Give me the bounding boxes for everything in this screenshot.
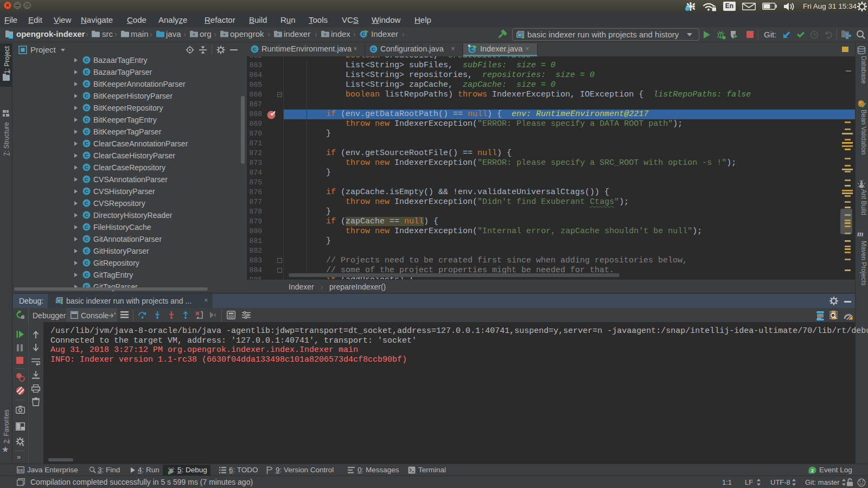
svg-text:C: C <box>85 117 88 123</box>
svg-text:C: C <box>85 152 88 158</box>
svg-text:C: C <box>372 46 375 52</box>
svg-text:C: C <box>253 46 257 52</box>
svg-text:C: C <box>85 164 88 170</box>
svg-text:C: C <box>85 57 88 63</box>
svg-text:C: C <box>85 212 88 218</box>
svg-text:2: 2 <box>811 468 814 473</box>
svg-text:C: C <box>85 236 88 242</box>
svg-text:C: C <box>85 105 88 111</box>
svg-text:C: C <box>362 31 366 37</box>
svg-text:C: C <box>85 69 88 75</box>
svg-text:C: C <box>85 81 88 87</box>
svg-text:C: C <box>85 272 88 278</box>
svg-text:EE: EE <box>18 468 24 473</box>
svg-text:C: C <box>85 93 88 99</box>
svg-text:C: C <box>85 260 88 266</box>
svg-text:C: C <box>85 248 88 254</box>
svg-text:C: C <box>85 176 88 182</box>
svg-text:C: C <box>85 129 88 134</box>
svg-text:C: C <box>85 200 88 206</box>
svg-text:C: C <box>85 188 88 194</box>
svg-text:C: C <box>85 140 88 146</box>
svg-text:C: C <box>85 224 88 230</box>
